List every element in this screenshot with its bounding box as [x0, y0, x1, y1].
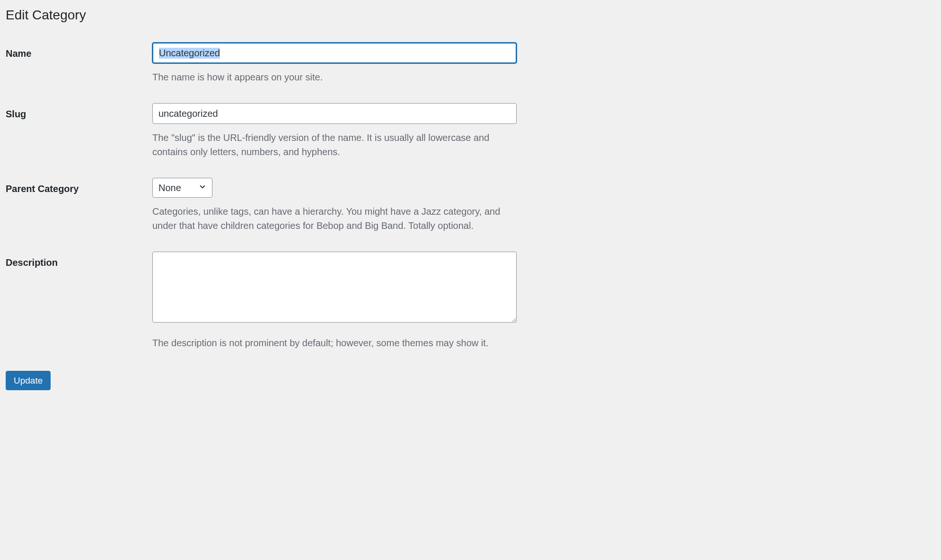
name-row: Name The name is how it appears on your … — [6, 43, 935, 84]
parent-label: Parent Category — [6, 184, 79, 194]
description-textarea[interactable] — [152, 252, 517, 323]
parent-row: Parent Category None Categories, unlike … — [6, 178, 935, 233]
name-label: Name — [6, 48, 31, 59]
description-label: Description — [6, 257, 58, 268]
slug-row: Slug The "slug" is the URL-friendly vers… — [6, 103, 935, 159]
update-button[interactable]: Update — [6, 371, 51, 390]
parent-description: Categories, unlike tags, can have a hier… — [152, 204, 512, 233]
page-title: Edit Category — [6, 8, 935, 23]
slug-label: Slug — [6, 109, 26, 119]
parent-select[interactable]: None — [152, 178, 212, 198]
name-input[interactable] — [152, 43, 517, 63]
name-description: The name is how it appears on your site. — [152, 70, 512, 84]
slug-description: The "slug" is the URL-friendly version o… — [152, 131, 512, 159]
description-description: The description is not prominent by defa… — [152, 336, 512, 350]
slug-input[interactable] — [152, 103, 517, 124]
description-row: Description The description is not promi… — [6, 252, 935, 350]
